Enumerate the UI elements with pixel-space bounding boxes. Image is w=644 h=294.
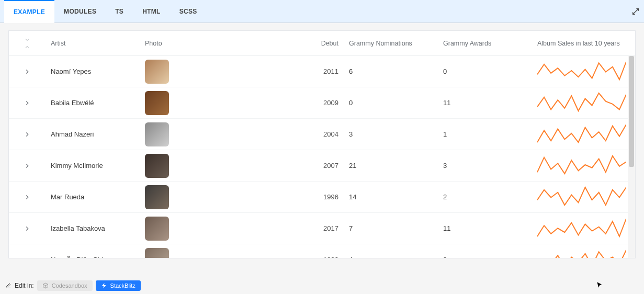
cell-artist: Babila Ebwélé [46, 99, 140, 107]
column-header-grammy-awards[interactable]: Grammy Awards [438, 40, 532, 47]
cell-debut: 1992 [297, 256, 344, 258]
cell-artist: Kimmy McIlmorie [46, 162, 140, 169]
cell-debut: 1996 [297, 193, 344, 201]
column-header-artist[interactable]: Artist [46, 40, 140, 47]
cell-photo [140, 185, 297, 209]
table-row: Naomí Yepes201160 [9, 56, 635, 87]
expand-row-icon[interactable] [24, 256, 31, 258]
tab-ts[interactable]: TS [106, 0, 133, 23]
mouse-cursor-icon [596, 281, 603, 289]
chevron-up-icon [24, 44, 30, 50]
table-row: Babila Ebwélé2009011 [9, 87, 635, 119]
cell-grammy-nominations: 3 [344, 130, 438, 138]
column-header-grammy-nominations[interactable]: Grammy Nominations [344, 40, 438, 47]
cell-sparkline [532, 60, 631, 83]
cell-debut: 2009 [297, 99, 344, 107]
stackblitz-label: StackBlitz [110, 282, 135, 289]
cell-photo [140, 217, 297, 241]
column-header-debut[interactable]: Debut [297, 40, 344, 47]
avatar [145, 122, 169, 146]
expand-collapse-all-toggle[interactable] [9, 37, 46, 50]
expand-row-icon[interactable] [24, 225, 31, 232]
cell-grammy-nominations: 4 [344, 256, 438, 258]
cell-grammy-awards: 2 [438, 193, 532, 201]
table-row: Izabella Tabakova2017711 [9, 213, 635, 244]
edit-icon [5, 282, 12, 289]
cell-sparkline [532, 92, 631, 114]
cell-grammy-awards: 3 [438, 162, 532, 169]
avatar [145, 154, 169, 178]
tab-scss[interactable]: SCSS [170, 0, 207, 23]
scrollbar-thumb[interactable] [629, 56, 634, 167]
cell-grammy-nominations: 21 [344, 162, 438, 169]
cell-grammy-nominations: 14 [344, 193, 438, 201]
cell-sparkline [532, 248, 631, 258]
cell-sparkline [532, 217, 631, 240]
column-header-photo[interactable]: Photo [140, 40, 297, 47]
cell-debut: 2017 [297, 224, 344, 232]
cell-sparkline [532, 123, 631, 145]
tab-html[interactable]: HTML [133, 0, 170, 23]
codesandbox-button[interactable]: Codesandbox [37, 280, 93, 291]
cell-sparkline [532, 154, 631, 177]
sparkline-chart [537, 186, 626, 207]
sparkline-chart [537, 217, 626, 238]
codesandbox-label: Codesandbox [52, 282, 87, 289]
table-row: Mar Rueda1996142 [9, 182, 635, 213]
cell-grammy-nominations: 7 [344, 224, 438, 232]
tab-bar: EXAMPLE MODULES TS HTML SCSS [0, 0, 644, 23]
cell-debut: 2011 [297, 67, 344, 75]
cell-debut: 2007 [297, 162, 344, 169]
edit-in-label: Edit in: [15, 282, 34, 289]
cell-artist: Naomí Yepes [46, 67, 140, 75]
codesandbox-icon [42, 282, 49, 289]
expand-row-icon[interactable] [24, 99, 31, 107]
edit-in-footer: Edit in: Codesandbox StackBlitz [5, 280, 141, 291]
sparkline-chart [537, 123, 626, 144]
sparkline-chart [537, 154, 626, 175]
expand-row-icon[interactable] [24, 68, 31, 75]
cell-debut: 2004 [297, 130, 344, 138]
cell-artist: Nguyễn Diệp Chi [46, 256, 140, 258]
data-grid: Artist Photo Debut Grammy Nominations Gr… [8, 30, 636, 258]
cell-photo [140, 91, 297, 115]
avatar [145, 91, 169, 115]
expand-fullscreen-icon[interactable] [631, 7, 640, 16]
avatar [145, 248, 169, 258]
table-row: Kimmy McIlmorie2007213 [9, 150, 635, 182]
avatar [145, 60, 169, 84]
cell-sparkline [532, 186, 631, 208]
tab-modules[interactable]: MODULES [54, 0, 106, 23]
avatar [145, 185, 169, 209]
cell-artist: Izabella Tabakova [46, 224, 140, 232]
content-area: Artist Photo Debut Grammy Nominations Gr… [0, 23, 644, 264]
cell-grammy-awards: 0 [438, 67, 532, 75]
cell-artist: Ahmad Nazeri [46, 130, 140, 138]
cell-grammy-nominations: 6 [344, 67, 438, 75]
avatar [145, 217, 169, 241]
cell-grammy-awards: 11 [438, 99, 532, 107]
stackblitz-icon [101, 282, 107, 289]
cell-grammy-awards: 1 [438, 130, 532, 138]
table-row: Nguyễn Diệp Chi199242 [9, 244, 635, 258]
cell-photo [140, 60, 297, 84]
cell-photo [140, 248, 297, 258]
cell-grammy-awards: 2 [438, 256, 532, 258]
table-row: Ahmad Nazeri200431 [9, 119, 635, 150]
expand-row-icon[interactable] [24, 162, 31, 169]
sparkline-chart [537, 248, 626, 258]
cell-photo [140, 122, 297, 146]
cell-grammy-nominations: 0 [344, 99, 438, 107]
vertical-scrollbar[interactable] [628, 56, 635, 258]
cell-artist: Mar Rueda [46, 193, 140, 201]
expand-row-icon[interactable] [24, 131, 31, 138]
expand-row-icon[interactable] [24, 194, 31, 201]
column-header-album-sales[interactable]: Album Sales in last 10 years [532, 40, 628, 47]
cell-grammy-awards: 11 [438, 224, 532, 232]
sparkline-chart [537, 60, 626, 81]
tab-example[interactable]: EXAMPLE [4, 0, 54, 23]
chevron-down-icon [24, 37, 30, 43]
sparkline-chart [537, 92, 626, 112]
grid-body[interactable]: Naomí Yepes201160Babila Ebwélé2009011Ahm… [9, 56, 635, 258]
stackblitz-button[interactable]: StackBlitz [96, 280, 141, 291]
